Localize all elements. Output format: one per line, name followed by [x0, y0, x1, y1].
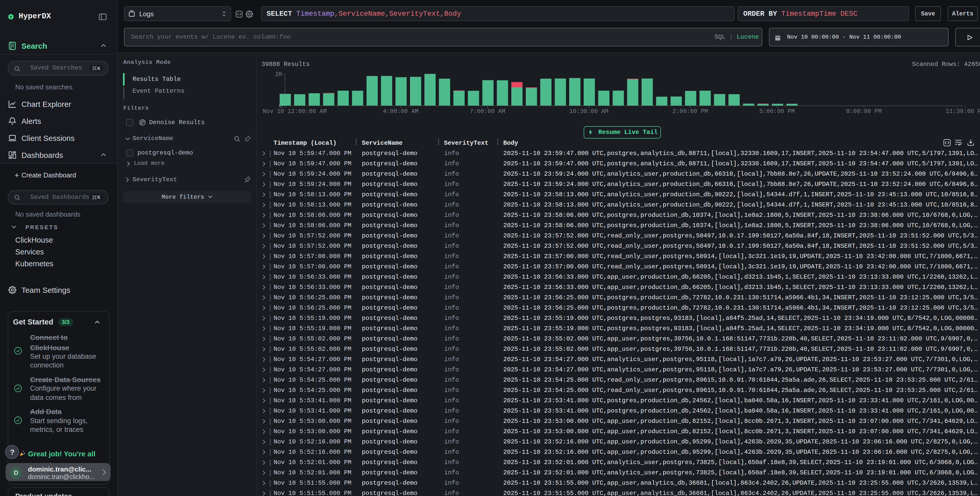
svg-text:2K: 2K	[275, 71, 282, 78]
svg-text:7:00:00 AM: 7:00:00 AM	[470, 108, 505, 114]
svg-text:11:30:00 PM: 11:30:00 PM	[945, 108, 980, 114]
svg-text:2:00:00 PM: 2:00:00 PM	[672, 108, 708, 114]
svg-text:8:00:00 PM: 8:00:00 PM	[846, 108, 881, 114]
svg-text:4:00:00 AM: 4:00:00 AM	[383, 108, 418, 114]
svg-text:5:00:00 PM: 5:00:00 PM	[759, 108, 794, 114]
svg-text:Nov 10 12:00:00 AM: Nov 10 12:00:00 AM	[262, 108, 326, 114]
svg-text:10:30:00 AM: 10:30:00 AM	[569, 108, 608, 114]
